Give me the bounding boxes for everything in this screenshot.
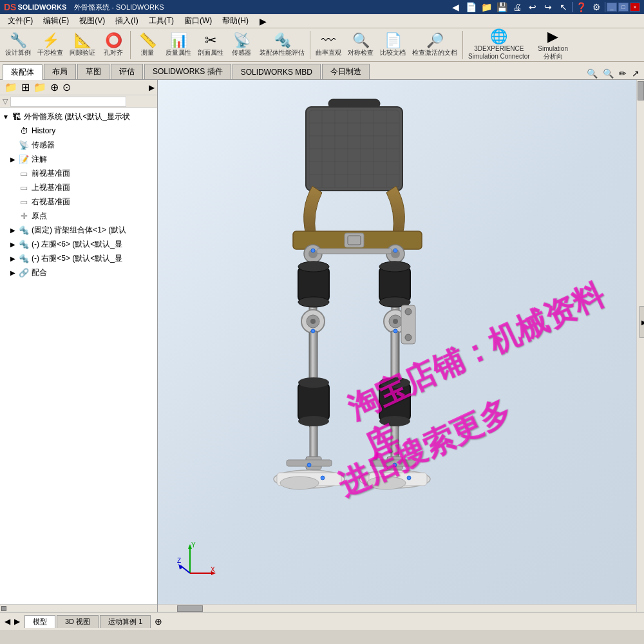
svg-point-60: [407, 476, 411, 480]
toolbar-hole-align[interactable]: ⭕ 孔对齐: [99, 30, 128, 61]
toolbar-simulation[interactable]: ▶ Simulation 分析向: [534, 30, 573, 61]
view-arrow-icon[interactable]: ↗: [630, 68, 641, 79]
tree-header: 📁 ⊞ 📁 ⊕ ⊙ ▶: [0, 80, 157, 95]
toolbar-symmetry[interactable]: 🔍 对称检查: [345, 30, 376, 61]
tree-icon-1[interactable]: 📁: [3, 80, 19, 94]
svg-point-56: [393, 329, 397, 333]
tab-prev-icon[interactable]: ◀: [3, 617, 12, 626]
design-study-icon: 🔧: [10, 33, 27, 48]
status-tab-3d[interactable]: 3D 视图: [57, 615, 99, 628]
menu-edit[interactable]: 编辑(E): [38, 14, 74, 28]
filter-input[interactable]: [10, 97, 126, 107]
toolbar-compare[interactable]: 📄 比较文档: [377, 30, 408, 61]
menu-expand-icon[interactable]: ▶: [256, 14, 270, 28]
toolbar-curvature[interactable]: 〰 曲率直观: [313, 30, 344, 61]
maximize-button[interactable]: □: [618, 3, 629, 12]
options-icon[interactable]: ⚙: [589, 0, 603, 14]
tab-sw-mbd[interactable]: SOLIDWORKS MBD: [232, 64, 321, 79]
menu-view[interactable]: 视图(V): [74, 14, 110, 28]
backframe-icon: 🔩: [18, 224, 30, 236]
viewport-scrollbar-v[interactable]: [636, 80, 644, 612]
tree-item-right-leg[interactable]: ▶ 🔩 (-) 右腿<5> (默认<默认_显: [0, 251, 157, 265]
tab-evaluate[interactable]: 评估: [111, 64, 143, 79]
tree-item-right-plane[interactable]: ▭ 右视基准面: [0, 194, 157, 209]
tree-item-annotation[interactable]: ▶ 📝 注解: [0, 152, 157, 166]
tree-icon-2[interactable]: ⊞: [19, 80, 32, 94]
tree-item-front-plane[interactable]: ▭ 前视基准面: [0, 166, 157, 180]
statusbar: ◀ ▶ 模型 3D 视图 运动算例 1 ⊕: [0, 612, 644, 630]
sensors-icon: 📡: [233, 33, 251, 48]
tree-scrollbar-h[interactable]: [0, 604, 157, 612]
view-edit-icon[interactable]: ✏: [617, 68, 629, 79]
tab-sw-plugins[interactable]: SOLIDWORKS 插件: [144, 64, 231, 79]
tab-today-mfg[interactable]: 今日制造: [322, 64, 370, 79]
toolbar-sensors[interactable]: 📡 传感器: [227, 30, 256, 61]
menu-window[interactable]: 窗口(W): [179, 14, 217, 28]
nav-back-icon[interactable]: ◀: [448, 0, 462, 14]
menu-insert[interactable]: 插入(I): [110, 14, 143, 28]
annotation-arrow: ▶: [10, 156, 18, 163]
toolbar-measure[interactable]: 📏 测量: [133, 30, 162, 61]
viewport-scroll-thumb-h[interactable]: [177, 605, 203, 612]
tree-root-item[interactable]: ▼ 🏗 外骨骼系统 (默认<默认_显示状: [0, 109, 157, 124]
tree-collapse-btn[interactable]: ▶: [149, 83, 155, 92]
view-search2-icon[interactable]: 🔍: [601, 68, 616, 79]
svg-rect-40: [379, 383, 410, 421]
scroll-thumb-h[interactable]: [1, 606, 6, 611]
svg-text:Z: Z: [177, 557, 181, 564]
open-doc-icon[interactable]: 📁: [479, 0, 493, 14]
redo-icon[interactable]: ↪: [541, 0, 555, 14]
minimize-button[interactable]: _: [607, 3, 617, 12]
save-icon[interactable]: 💾: [495, 0, 509, 14]
select-icon[interactable]: ↖: [556, 0, 571, 14]
tab-sketch[interactable]: 草图: [77, 64, 109, 79]
tab-next-icon[interactable]: ▶: [12, 617, 22, 626]
toolbar-check-active[interactable]: 🔎 检查激活的文档: [410, 30, 460, 61]
toolbar-design-study[interactable]: 🔧 设计算例: [3, 30, 33, 61]
tab-bar: 装配体 布局 草图 评估 SOLIDWORKS 插件 SOLIDWORKS MB…: [0, 62, 644, 80]
menu-help[interactable]: 帮助(H): [217, 14, 254, 28]
tree-item-sensors[interactable]: 📡 传感器: [0, 138, 157, 152]
toolbar-mass-props[interactable]: 📊 质量属性: [163, 30, 194, 61]
viewport[interactable]: 淘宝店铺：机械资料库 进店搜索更多 Y X Z: [158, 80, 644, 612]
3dexp-icon: 🌐: [490, 30, 507, 44]
tree-item-left-leg[interactable]: ▶ 🔩 (-) 左腿<6> (默认<默认_显: [0, 237, 157, 251]
tree-item-top-plane[interactable]: ▭ 上视基准面: [0, 180, 157, 194]
interference-icon: ⚡: [42, 33, 59, 48]
tree-item-mates[interactable]: ▶ 🔗 配合: [0, 265, 157, 279]
viewport-scrollbar-h[interactable]: [158, 604, 636, 612]
tree-item-origin[interactable]: ✛ 原点: [0, 209, 157, 223]
feature-tree: ▼ 🏗 外骨骼系统 (默认<默认_显示状 ⏱ History 📡 传感器 ▶ 📝: [0, 108, 157, 604]
viewport-scroll-thumb-v[interactable]: [638, 81, 644, 100]
menu-file[interactable]: 文件(F): [3, 14, 38, 28]
svg-point-58: [393, 463, 397, 467]
tab-layout[interactable]: 布局: [44, 64, 76, 79]
toolbar-section-props[interactable]: ✂ 剖面属性: [195, 30, 226, 61]
tab-assembly[interactable]: 装配体: [3, 64, 43, 80]
toolbar-interference[interactable]: ⚡ 干涉检查: [35, 30, 66, 61]
toolbar-3dexperience[interactable]: 🌐 3DEXPERIENCE Simulation Connector: [466, 30, 533, 61]
status-tab-motion[interactable]: 运动算例 1: [100, 615, 151, 628]
toolbar-assembly-perf[interactable]: 🔩 装配体性能评估: [257, 30, 307, 61]
sensors-label: 传感器: [32, 140, 55, 151]
tree-item-history[interactable]: ⏱ History: [0, 124, 157, 138]
view-search-icon[interactable]: 🔍: [585, 68, 600, 79]
right-plane-icon: ▭: [18, 196, 30, 207]
help-icon[interactable]: ❓: [574, 0, 588, 14]
toolbar-clearance[interactable]: 📐 间隙验证: [67, 30, 98, 61]
new-doc-icon[interactable]: 📄: [464, 0, 478, 14]
left-leg-label: (-) 左腿<6> (默认<默认_显: [32, 239, 122, 250]
tree-icon-3[interactable]: 📁: [32, 80, 48, 94]
close-button[interactable]: ×: [630, 3, 640, 12]
menu-tools[interactable]: 工具(T): [144, 14, 179, 28]
tree-icon-4[interactable]: ⊕: [48, 80, 61, 94]
add-tab-icon[interactable]: ⊕: [152, 616, 165, 627]
left-leg-arrow: ▶: [10, 241, 18, 248]
status-tab-model[interactable]: 模型: [24, 615, 55, 628]
svg-point-24: [298, 261, 329, 272]
undo-icon[interactable]: ↩: [526, 0, 540, 14]
tree-item-backframe[interactable]: ▶ 🔩 (固定) 背架组合体<1> (默认: [0, 223, 157, 237]
exoskeleton-model: [209, 93, 506, 612]
print-icon[interactable]: 🖨: [510, 0, 524, 14]
tree-icon-5[interactable]: ⊙: [61, 80, 73, 94]
